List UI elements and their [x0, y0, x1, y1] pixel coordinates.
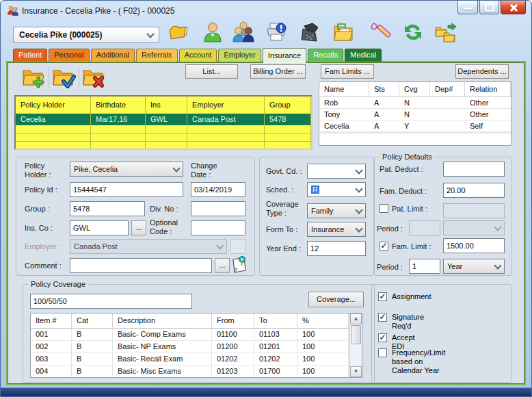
tab-additional[interactable]: Additional [91, 49, 135, 62]
cell: 01200 [212, 341, 254, 353]
fam-period-field[interactable]: 1 [409, 259, 440, 274]
policy-holder-grid[interactable]: Policy HolderBirthdateInsEmployerGroupCe… [14, 95, 312, 150]
year-end-field[interactable]: 12 [307, 241, 366, 256]
phone-icon[interactable] [299, 21, 322, 44]
list-button[interactable]: List... [185, 64, 238, 79]
form-to-dropdown[interactable]: Insurance [307, 222, 366, 237]
cell [430, 109, 465, 120]
coverage-row[interactable]: 002BBasic- NP Exams0120001201100 [31, 341, 362, 353]
checkbox[interactable] [378, 348, 387, 357]
add-policy-button[interactable] [21, 66, 46, 88]
tab-bar: PatientPersonalAdditionalReferralsAccoun… [13, 49, 382, 62]
save-policy-button[interactable] [51, 66, 76, 88]
minimize-button[interactable] [457, 1, 478, 14]
sched-label: Sched. : [266, 185, 304, 194]
dependent-row[interactable]: CeceliaAYSelf [319, 120, 511, 132]
checkbox[interactable]: ✓ [378, 313, 387, 322]
cell: 5478 [265, 114, 311, 125]
fam-limit-checkbox[interactable]: ✓ [380, 242, 388, 251]
optional-code-field[interactable] [191, 220, 245, 235]
coverage-grid-scrollbar[interactable]: ▲ ▼ [349, 313, 362, 377]
cell [430, 97, 465, 109]
checkbox[interactable]: ✓ [378, 292, 387, 301]
cell [465, 133, 511, 133]
print-icon[interactable] [265, 21, 288, 44]
close-button[interactable] [501, 1, 526, 14]
refresh-icon[interactable] [401, 21, 425, 44]
coverage-row[interactable]: 004BBasic- Misc Exams0120301700100 [31, 366, 362, 378]
comment-field[interactable] [70, 258, 212, 273]
tab-employer[interactable]: Employer [218, 49, 261, 62]
policy-holder-label: Policy Holder : [25, 162, 60, 179]
cell [265, 133, 311, 142]
cell: GWL [146, 114, 187, 125]
policy-coverage-field[interactable]: 100/50/50 [30, 294, 192, 309]
dependents-grid[interactable]: NameStsCvgDep#RelationRobANOtherTonyANOt… [319, 81, 511, 146]
cell: Other [465, 109, 511, 120]
group-field[interactable]: 5478 [70, 201, 145, 216]
chevron-down-icon [494, 261, 501, 269]
documents-folder-icon[interactable] [332, 21, 355, 44]
scrollbar-thumb[interactable] [351, 325, 361, 344]
billing-order-button[interactable]: Billing Order ... [250, 64, 306, 79]
family-icon[interactable] [232, 21, 255, 44]
checkbox[interactable]: ✓ [378, 333, 387, 342]
coverage-button[interactable]: Coverage... [308, 292, 364, 307]
patient-icon[interactable] [201, 21, 224, 44]
tab-referrals[interactable]: Referrals [136, 49, 178, 62]
sched-dropdown[interactable]: R [307, 182, 366, 197]
tab-insurance[interactable]: Insurance [263, 48, 306, 63]
comment-browse-button[interactable]: ... [215, 258, 230, 273]
policy-holder-dropdown[interactable]: Pike, Cecelia [70, 162, 183, 177]
scroll-up-button[interactable]: ▲ [350, 313, 362, 324]
tab-account[interactable]: Account [179, 49, 217, 62]
tab-patient[interactable]: Patient [13, 49, 47, 62]
div-no-field[interactable] [191, 201, 245, 216]
ins-co-browse-button[interactable]: ... [131, 220, 146, 235]
govt-cd-label: Govt. Cd. : [266, 167, 308, 176]
coverage-row[interactable]: 003BBasic- Recall Exam0120201202100 [31, 353, 362, 366]
policy-row[interactable]: CeceliaMar17,16GWLCanada Post5478 [16, 114, 311, 125]
patient-selector-dropdown[interactable]: Cecelia Pike (000025) [13, 27, 159, 43]
minimize-icon [464, 8, 472, 10]
pat-deduct-field[interactable] [443, 162, 505, 177]
open-folder-icon[interactable] [168, 21, 191, 44]
note-icon[interactable] [229, 254, 248, 274]
fam-period-unit-dropdown[interactable]: Year [443, 259, 505, 274]
tools-icon[interactable] [369, 21, 392, 44]
ins-co-field[interactable]: GWL [70, 220, 129, 235]
delete-policy-button[interactable] [81, 66, 106, 88]
fam-deduct-field[interactable]: 20.00 [443, 183, 505, 198]
option-signature-req-d[interactable]: ✓Signature Req'd [378, 313, 424, 331]
tab-recalls[interactable]: Recalls [308, 49, 343, 62]
chevron-down-icon [172, 164, 180, 172]
cell: 100 [297, 353, 349, 366]
column-header: Item # [31, 313, 72, 329]
cell: Cecelia [16, 114, 91, 125]
coverage-type-dropdown[interactable]: Family [307, 203, 366, 218]
govt-cd-dropdown[interactable] [307, 164, 366, 179]
tab-personal[interactable]: Personal [49, 49, 89, 62]
dependents-button[interactable]: Dependents ... [455, 64, 509, 79]
dependent-row[interactable]: TonyANOther [319, 109, 511, 120]
scroll-down-button[interactable]: ▼ [350, 366, 362, 377]
coverage-row[interactable]: 001BBasic- Comp Exams0110001103100 [31, 329, 362, 341]
coverage-type-label: Coverage Type : [266, 200, 304, 218]
empty-row [319, 133, 511, 133]
cell: N [399, 97, 430, 109]
option-assignment[interactable]: ✓Assignment [378, 292, 431, 301]
fam-limits-button[interactable]: Fam Limits ... [321, 64, 374, 79]
fam-deduct-label: Fam. Deduct : [380, 187, 430, 196]
transfer-folders-icon[interactable] [434, 21, 457, 44]
tab-medical[interactable]: Medical [345, 49, 382, 62]
policy-id-field[interactable]: 15444547 [70, 182, 183, 197]
option-frequency-limit-based-on-calendar-year[interactable]: Frequency/Limit based on Calendar Year [378, 348, 445, 375]
policy-id-label: Policy Id : [25, 185, 66, 194]
dependent-row[interactable]: RobANOther [319, 97, 511, 109]
delete-folder-icon [81, 66, 106, 88]
coverage-grid[interactable]: ▲ ▼ Item #CatDescriptionFromTo%001BBasic… [30, 313, 362, 378]
fam-limit-field[interactable]: 1500.00 [443, 238, 505, 253]
change-date-field[interactable]: 03/14/2019 [191, 182, 245, 197]
maximize-button[interactable] [479, 1, 499, 14]
pat-limit-checkbox[interactable] [380, 204, 388, 213]
